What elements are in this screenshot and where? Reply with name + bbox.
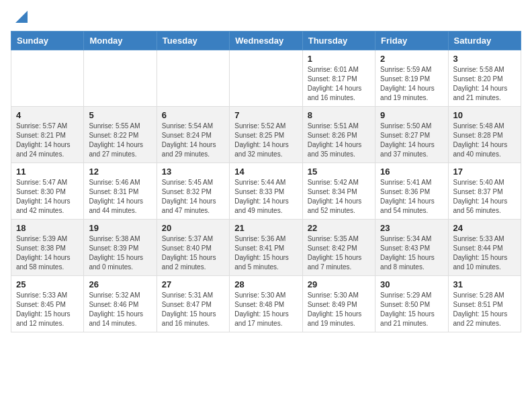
day-number: 22 — [308, 223, 370, 233]
day-info: Sunrise: 5:52 AMSunset: 8:25 PMDaylight:… — [234, 122, 297, 159]
day-info: Sunrise: 5:45 AMSunset: 8:32 PMDaylight:… — [162, 178, 224, 216]
calendar-day-cell: 24Sunrise: 5:33 AMSunset: 8:44 PMDayligh… — [448, 220, 521, 276]
calendar-day-cell: 13Sunrise: 5:45 AMSunset: 8:32 PMDayligh… — [157, 163, 229, 220]
calendar-day-cell: 18Sunrise: 5:39 AMSunset: 8:38 PMDayligh… — [11, 220, 84, 276]
calendar-day-cell: 4Sunrise: 5:57 AMSunset: 8:21 PMDaylight… — [11, 107, 84, 163]
calendar-day-cell — [157, 50, 229, 107]
calendar-week-row: 1Sunrise: 6:01 AMSunset: 8:17 PMDaylight… — [11, 50, 521, 107]
day-info: Sunrise: 5:57 AMSunset: 8:21 PMDaylight:… — [16, 122, 79, 159]
day-number: 21 — [234, 223, 297, 233]
day-number: 23 — [380, 223, 443, 233]
day-of-week-header: Tuesday — [157, 32, 229, 50]
day-info: Sunrise: 5:46 AMSunset: 8:31 PMDaylight:… — [89, 178, 151, 216]
day-info: Sunrise: 5:29 AMSunset: 8:50 PMDaylight:… — [380, 291, 443, 328]
day-of-week-header: Monday — [84, 32, 157, 50]
calendar-week-row: 18Sunrise: 5:39 AMSunset: 8:38 PMDayligh… — [11, 220, 521, 276]
calendar-day-cell: 17Sunrise: 5:40 AMSunset: 8:37 PMDayligh… — [448, 163, 521, 220]
day-info: Sunrise: 5:41 AMSunset: 8:36 PMDaylight:… — [380, 178, 443, 216]
calendar-day-cell: 2Sunrise: 5:59 AMSunset: 8:19 PMDaylight… — [375, 50, 448, 107]
day-number: 29 — [308, 279, 370, 289]
calendar-day-cell: 16Sunrise: 5:41 AMSunset: 8:36 PMDayligh… — [375, 163, 448, 220]
day-number: 9 — [380, 110, 443, 120]
day-info: Sunrise: 5:59 AMSunset: 8:19 PMDaylight:… — [380, 65, 443, 103]
calendar-day-cell — [84, 50, 157, 107]
calendar-day-cell: 12Sunrise: 5:46 AMSunset: 8:31 PMDayligh… — [84, 163, 157, 220]
day-info: Sunrise: 5:33 AMSunset: 8:45 PMDaylight:… — [16, 291, 79, 328]
day-number: 20 — [162, 223, 224, 233]
day-number: 10 — [453, 110, 516, 120]
calendar-day-cell: 9Sunrise: 5:50 AMSunset: 8:27 PMDaylight… — [375, 107, 448, 163]
day-number: 25 — [16, 279, 79, 289]
logo — [11, 11, 28, 23]
day-number: 13 — [162, 167, 224, 177]
day-of-week-header: Friday — [375, 32, 448, 50]
day-info: Sunrise: 5:31 AMSunset: 8:47 PMDaylight:… — [162, 291, 224, 328]
day-info: Sunrise: 5:36 AMSunset: 8:41 PMDaylight:… — [234, 234, 297, 272]
day-info: Sunrise: 5:55 AMSunset: 8:22 PMDaylight:… — [89, 122, 151, 159]
day-of-week-header: Thursday — [302, 32, 375, 50]
day-number: 11 — [16, 167, 79, 177]
calendar-day-cell: 22Sunrise: 5:35 AMSunset: 8:42 PMDayligh… — [302, 220, 375, 276]
day-info: Sunrise: 5:48 AMSunset: 8:28 PMDaylight:… — [453, 122, 516, 159]
day-info: Sunrise: 6:01 AMSunset: 8:17 PMDaylight:… — [308, 65, 370, 103]
day-number: 30 — [380, 279, 443, 289]
day-info: Sunrise: 5:40 AMSunset: 8:37 PMDaylight:… — [453, 178, 516, 216]
calendar-day-cell: 6Sunrise: 5:54 AMSunset: 8:24 PMDaylight… — [157, 107, 229, 163]
calendar-day-cell: 1Sunrise: 6:01 AMSunset: 8:17 PMDaylight… — [302, 50, 375, 107]
day-number: 31 — [453, 279, 516, 289]
day-info: Sunrise: 5:35 AMSunset: 8:42 PMDaylight:… — [308, 234, 370, 272]
day-info: Sunrise: 5:58 AMSunset: 8:20 PMDaylight:… — [453, 65, 516, 103]
day-info: Sunrise: 5:47 AMSunset: 8:30 PMDaylight:… — [16, 178, 79, 216]
day-number: 24 — [453, 223, 516, 233]
day-of-week-header: Sunday — [11, 32, 84, 50]
day-number: 1 — [308, 54, 370, 64]
day-number: 7 — [234, 110, 297, 120]
calendar-day-cell: 20Sunrise: 5:37 AMSunset: 8:40 PMDayligh… — [157, 220, 229, 276]
day-info: Sunrise: 5:50 AMSunset: 8:27 PMDaylight:… — [380, 122, 443, 159]
calendar-day-cell: 14Sunrise: 5:44 AMSunset: 8:33 PMDayligh… — [230, 163, 302, 220]
calendar-day-cell: 30Sunrise: 5:29 AMSunset: 8:50 PMDayligh… — [375, 276, 448, 332]
day-info: Sunrise: 5:32 AMSunset: 8:46 PMDaylight:… — [89, 291, 151, 328]
day-info: Sunrise: 5:42 AMSunset: 8:34 PMDaylight:… — [308, 178, 370, 216]
day-info: Sunrise: 5:30 AMSunset: 8:49 PMDaylight:… — [308, 291, 370, 328]
day-info: Sunrise: 5:30 AMSunset: 8:48 PMDaylight:… — [234, 291, 297, 328]
calendar-day-cell: 26Sunrise: 5:32 AMSunset: 8:46 PMDayligh… — [84, 276, 157, 332]
page-header — [11, 11, 521, 23]
day-number: 18 — [16, 223, 79, 233]
day-info: Sunrise: 5:44 AMSunset: 8:33 PMDaylight:… — [234, 178, 297, 216]
day-info: Sunrise: 5:28 AMSunset: 8:51 PMDaylight:… — [453, 291, 516, 328]
day-info: Sunrise: 5:38 AMSunset: 8:39 PMDaylight:… — [89, 234, 151, 272]
day-number: 28 — [234, 279, 297, 289]
day-of-week-header: Saturday — [448, 32, 521, 50]
day-info: Sunrise: 5:54 AMSunset: 8:24 PMDaylight:… — [162, 122, 224, 159]
calendar-day-cell: 28Sunrise: 5:30 AMSunset: 8:48 PMDayligh… — [230, 276, 302, 332]
calendar-day-cell: 27Sunrise: 5:31 AMSunset: 8:47 PMDayligh… — [157, 276, 229, 332]
calendar-day-cell — [11, 50, 84, 107]
calendar-week-row: 11Sunrise: 5:47 AMSunset: 8:30 PMDayligh… — [11, 163, 521, 220]
calendar-day-cell — [230, 50, 302, 107]
calendar-day-cell: 5Sunrise: 5:55 AMSunset: 8:22 PMDaylight… — [84, 107, 157, 163]
calendar-day-cell: 21Sunrise: 5:36 AMSunset: 8:41 PMDayligh… — [230, 220, 302, 276]
calendar-day-cell: 19Sunrise: 5:38 AMSunset: 8:39 PMDayligh… — [84, 220, 157, 276]
calendar-header-row: SundayMondayTuesdayWednesdayThursdayFrid… — [11, 32, 521, 50]
day-number: 27 — [162, 279, 224, 289]
day-number: 8 — [308, 110, 370, 120]
calendar-day-cell: 15Sunrise: 5:42 AMSunset: 8:34 PMDayligh… — [302, 163, 375, 220]
day-number: 12 — [89, 167, 151, 177]
day-of-week-header: Wednesday — [230, 32, 302, 50]
calendar-day-cell: 3Sunrise: 5:58 AMSunset: 8:20 PMDaylight… — [448, 50, 521, 107]
day-number: 3 — [453, 54, 516, 64]
day-info: Sunrise: 5:51 AMSunset: 8:26 PMDaylight:… — [308, 122, 370, 159]
calendar-day-cell: 10Sunrise: 5:48 AMSunset: 8:28 PMDayligh… — [448, 107, 521, 163]
calendar-day-cell: 8Sunrise: 5:51 AMSunset: 8:26 PMDaylight… — [302, 107, 375, 163]
day-number: 17 — [453, 167, 516, 177]
day-info: Sunrise: 5:34 AMSunset: 8:43 PMDaylight:… — [380, 234, 443, 272]
day-number: 15 — [308, 167, 370, 177]
calendar-day-cell: 23Sunrise: 5:34 AMSunset: 8:43 PMDayligh… — [375, 220, 448, 276]
day-number: 14 — [234, 167, 297, 177]
calendar-day-cell: 11Sunrise: 5:47 AMSunset: 8:30 PMDayligh… — [11, 163, 84, 220]
day-info: Sunrise: 5:37 AMSunset: 8:40 PMDaylight:… — [162, 234, 224, 272]
calendar-day-cell: 29Sunrise: 5:30 AMSunset: 8:49 PMDayligh… — [302, 276, 375, 332]
calendar-table: SundayMondayTuesdayWednesdayThursdayFrid… — [11, 31, 521, 332]
day-number: 26 — [89, 279, 151, 289]
